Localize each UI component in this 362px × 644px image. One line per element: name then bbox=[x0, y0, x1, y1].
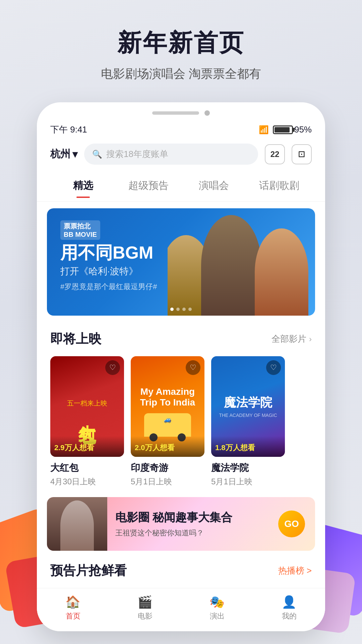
movie-title-dahongbao: 大红包 bbox=[50, 462, 124, 474]
movie-card-magic[interactable]: 魔法学院 THE ACADEMY OF MAGIC ♡ 1.8万人想看 魔法学院… bbox=[211, 356, 285, 487]
coming-soon-header: 即将上映 全部影片 › bbox=[37, 322, 325, 353]
app-header: 杭州 ▾ 🔍 搜索18年度账单 22 ⊡ bbox=[37, 138, 325, 170]
tab-preview-label: 超级预告 bbox=[128, 180, 169, 191]
home-icon: 🏠 bbox=[65, 595, 80, 609]
tab-preview[interactable]: 超级预告 bbox=[116, 173, 181, 198]
bottom-banner[interactable]: 电影圈 秘闻趣事大集合 王祖贤这个秘密你知道吗？ GO bbox=[47, 497, 315, 551]
battery-indicator: 95% bbox=[273, 124, 312, 135]
hp-figure-harry bbox=[201, 215, 261, 316]
nav-tabs: 精选 超级预告 演唱会 话剧歌剧 bbox=[37, 170, 325, 202]
movies-icon: 🎬 bbox=[137, 595, 153, 609]
promo-subtitle: 电影剧场演唱会 淘票票全都有 bbox=[13, 66, 349, 82]
movie-card-india[interactable]: My AmazingTrip To India 🚙 ♡ 2.0万人想看 印度奇游… bbox=[131, 356, 204, 487]
bottom-banner-content: 电影圈 秘闻趣事大集合 王祖贤这个秘密你知道吗？ bbox=[107, 503, 315, 545]
shows-icon: 🎭 bbox=[209, 595, 225, 609]
dot-1 bbox=[170, 308, 174, 311]
banner-content: 票票拍北BB MOVIE 用不同BGM 打开《哈利·波特》 #罗恩竟是那个最红最… bbox=[47, 208, 194, 316]
movie-title-magic: 魔法学院 bbox=[211, 462, 285, 474]
header-icons: 22 ⊡ bbox=[265, 144, 312, 164]
tab-concert-label: 演唱会 bbox=[199, 180, 229, 191]
movie-poster-magic: 魔法学院 THE ACADEMY OF MAGIC ♡ 1.8万人想看 bbox=[211, 356, 285, 457]
hot-rank-label: 热播榜 > bbox=[278, 565, 312, 577]
bottom-banner-image bbox=[47, 497, 107, 551]
banner-dots bbox=[170, 308, 192, 311]
search-placeholder-text: 搜索18年度账单 bbox=[106, 148, 168, 160]
poster-title-dahongbao: 大红包 bbox=[75, 411, 99, 415]
notch-dot bbox=[204, 110, 210, 116]
all-movies-link[interactable]: 全部影片 › bbox=[272, 333, 312, 345]
status-bar: 下午 9:41 📶 95% bbox=[37, 121, 325, 138]
nav-shows-label: 演出 bbox=[210, 611, 225, 621]
banner-subtitle: 打开《哈利·波特》 bbox=[60, 265, 181, 278]
nav-home-label: 首页 bbox=[66, 611, 80, 621]
phone-notch bbox=[37, 102, 325, 121]
nav-profile[interactable]: 👤 我的 bbox=[253, 595, 325, 621]
banner-hashtag: #罗恩竟是那个最红最逗男仔# bbox=[60, 282, 181, 292]
movies-scroll: 五一档来上映 大红包 ♡ 2.9万人想看 大红包 4月30日上映 My Amaz… bbox=[37, 353, 325, 494]
battery-percent: 95% bbox=[294, 124, 312, 135]
nav-profile-label: 我的 bbox=[282, 611, 297, 621]
wish-button-magic[interactable]: ♡ bbox=[266, 360, 281, 375]
preview-section-header: 预告片抢鲜看 热播榜 > bbox=[37, 554, 325, 585]
bottom-banner-title: 电影圈 秘闻趣事大集合 bbox=[115, 510, 307, 525]
calendar-number: 22 bbox=[270, 150, 280, 159]
movie-poster-dahongbao: 五一档来上映 大红包 ♡ 2.9万人想看 bbox=[50, 356, 124, 457]
bottom-nav: 🏠 首页 🎬 电影 🎭 演出 👤 我的 bbox=[37, 588, 325, 631]
status-right: 📶 95% bbox=[259, 124, 312, 135]
poster-text-india: My AmazingTrip To India bbox=[140, 386, 195, 408]
dot-2 bbox=[176, 308, 180, 311]
nav-home[interactable]: 🏠 首页 bbox=[37, 595, 109, 621]
more-arrow-icon: › bbox=[309, 334, 312, 344]
search-bar[interactable]: 🔍 搜索18年度账单 bbox=[84, 144, 258, 165]
wifi-icon: 📶 bbox=[259, 125, 269, 135]
status-time: 下午 9:41 bbox=[50, 124, 87, 136]
search-icon: 🔍 bbox=[92, 150, 102, 159]
poster-date-cn: 五一档来上映 bbox=[67, 399, 107, 408]
tab-jingxuan[interactable]: 精选 bbox=[50, 173, 116, 198]
movie-date-magic: 5月1日上映 bbox=[211, 476, 285, 487]
tab-drama[interactable]: 话剧歌剧 bbox=[246, 173, 312, 198]
tab-jingxuan-label: 精选 bbox=[73, 180, 93, 191]
want-badge-magic: 1.8万人想看 bbox=[211, 436, 285, 457]
location-selector[interactable]: 杭州 ▾ bbox=[50, 147, 77, 161]
scan-button[interactable]: ⊡ bbox=[292, 144, 312, 164]
banner-title: 用不同BGM bbox=[60, 243, 181, 262]
nav-movies-label: 电影 bbox=[138, 611, 153, 621]
movie-poster-india: My AmazingTrip To India 🚙 ♡ 2.0万人想看 bbox=[131, 356, 204, 457]
dot-4 bbox=[188, 308, 192, 311]
movie-date-india: 5月1日上映 bbox=[131, 476, 204, 487]
promo-title: 新年新首页 bbox=[13, 27, 349, 59]
all-movies-label: 全部影片 bbox=[272, 333, 306, 345]
banner-logo-text: 票票拍北BB MOVIE bbox=[64, 222, 97, 238]
hp-figure-ron bbox=[255, 228, 308, 316]
calendar-button[interactable]: 22 bbox=[265, 144, 285, 164]
nav-shows[interactable]: 🎭 演出 bbox=[181, 595, 253, 621]
coming-soon-title: 即将上映 bbox=[50, 330, 101, 347]
movie-date-dahongbao: 4月30日上映 bbox=[50, 476, 124, 487]
movie-title-india: 印度奇游 bbox=[131, 462, 204, 474]
movie-card-dahongbao[interactable]: 五一档来上映 大红包 ♡ 2.9万人想看 大红包 4月30日上映 bbox=[50, 356, 124, 487]
scan-icon: ⊡ bbox=[298, 149, 305, 159]
dot-3 bbox=[182, 308, 186, 311]
nav-movies[interactable]: 🎬 电影 bbox=[109, 595, 181, 621]
banner-logo-area: 票票拍北BB MOVIE bbox=[60, 220, 181, 240]
banner-logo: 票票拍北BB MOVIE bbox=[60, 220, 100, 240]
bottom-banner-subtitle: 王祖贤这个秘密你知道吗？ bbox=[115, 528, 307, 538]
location-arrow-icon: ▾ bbox=[72, 148, 77, 160]
preview-title: 预告片抢鲜看 bbox=[50, 562, 127, 579]
wish-button-dahongbao[interactable]: ♡ bbox=[105, 360, 120, 375]
hot-rank-link[interactable]: 热播榜 > bbox=[278, 565, 312, 577]
main-banner[interactable]: 票票拍北BB MOVIE 用不同BGM 打开《哈利·波特》 #罗恩竟是那个最红最… bbox=[47, 208, 315, 316]
wish-button-india[interactable]: ♡ bbox=[186, 360, 200, 375]
poster-en-magic: THE ACADEMY OF MAGIC bbox=[219, 413, 277, 418]
want-badge-dahongbao: 2.9万人想看 bbox=[50, 436, 124, 457]
location-text: 杭州 bbox=[50, 147, 70, 161]
poster-title-magic: 魔法学院 bbox=[224, 395, 272, 410]
notch-bar bbox=[152, 111, 199, 115]
phone-mockup: 下午 9:41 📶 95% 杭州 ▾ 🔍 搜索18年度账单 22 ⊡ bbox=[37, 102, 325, 631]
tab-concert[interactable]: 演唱会 bbox=[181, 173, 246, 198]
want-badge-india: 2.0万人想看 bbox=[131, 436, 204, 457]
tab-drama-label: 话剧歌剧 bbox=[259, 180, 299, 191]
profile-icon: 👤 bbox=[282, 595, 297, 609]
promo-section: 新年新首页 电影剧场演唱会 淘票票全都有 bbox=[0, 0, 362, 102]
